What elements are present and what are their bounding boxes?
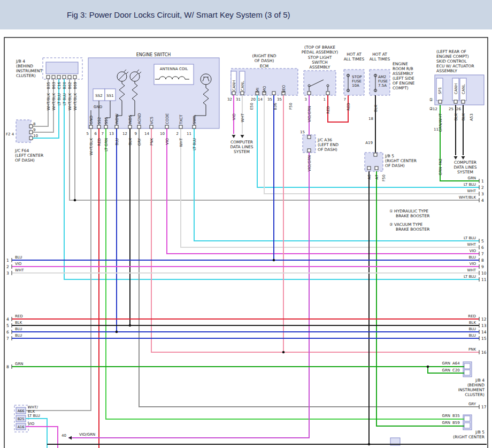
terminal-number: 1 — [6, 258, 9, 263]
terminal-wire-label: LT BLU — [464, 275, 476, 279]
diagram-label: 9 — [135, 132, 137, 136]
diagram-label: VIO — [28, 422, 35, 426]
terminal-wire-label: WHT — [467, 268, 476, 272]
diagram-label: A7 — [375, 174, 379, 179]
diagram-label: ENGINE COMPT) — [436, 54, 469, 59]
pin-square — [326, 92, 329, 95]
diagram-label: (RIGHT CENTER — [385, 158, 417, 163]
diagram-label: 20 — [251, 97, 256, 102]
diagram-label: A16 — [18, 425, 25, 429]
terminal-number: 7 — [6, 336, 9, 341]
diagram-label: B35 — [452, 414, 460, 418]
diagram-label: A64 — [452, 361, 460, 366]
diagram-label: CLUSTER) — [16, 73, 36, 78]
pin-square — [439, 100, 442, 103]
diagram-label: (RIGHT END — [252, 54, 276, 58]
diagram-label: FUSE — [378, 79, 388, 83]
diagram-label: B59 — [452, 421, 460, 425]
diagram-label: COMPT) — [393, 86, 409, 90]
diagram-label: HOT AT — [372, 52, 387, 57]
diagram-label: SS2 — [97, 117, 102, 124]
diagram-label: SKID CONTROL — [436, 59, 467, 64]
terminal-number: 5 — [481, 239, 484, 244]
terminal-wire-label: GRN — [15, 362, 24, 366]
diagram-label: 11 — [434, 127, 439, 132]
jb4-top-connector — [46, 62, 78, 74]
pin-square — [29, 136, 33, 140]
diagram-label: 18 — [368, 117, 373, 121]
diagram-label: AGND — [137, 113, 142, 124]
terminal-number: 4 — [6, 317, 9, 322]
diagram-label: SWIL — [193, 115, 197, 124]
diagram-label: CLUSTER) — [465, 392, 485, 397]
diagram-label: SWITCH — [312, 60, 327, 65]
diagram-label: 2 — [176, 132, 179, 136]
terminal-number: 5 — [6, 323, 9, 328]
diagram-label: 12 — [433, 107, 437, 111]
diagram-label: ALL TIMES — [344, 57, 365, 62]
diagram-label: INDS — [128, 115, 133, 124]
diagram-label: FA2 — [439, 158, 443, 165]
diagram-label: GRN — [439, 167, 443, 176]
terminal-wire-label: BLK — [469, 321, 476, 325]
terminal-number: 8 — [481, 258, 484, 263]
terminal-wire-label: LT BLU — [464, 236, 476, 240]
diagram-label: 7.5A — [378, 83, 387, 88]
diagram-label: J/C A36 — [317, 138, 332, 142]
diagram-label: OF DASH) — [318, 147, 337, 152]
diagram-label: STOP — [352, 75, 362, 79]
diagram-label: 7 — [344, 97, 346, 102]
diagram-label: ASSEMBLY — [310, 65, 330, 70]
diagram-label: ① HYDRAULIC TYPE — [389, 209, 428, 214]
diagram-label: LT BLU — [193, 138, 197, 150]
diagram-label: F2 4 — [6, 132, 14, 136]
diagram-label: BLK — [128, 138, 133, 146]
terminal-wire-label: BLU — [469, 255, 476, 260]
diagram-label: ALL TIMES — [370, 57, 390, 62]
diagram-label: B20 — [63, 82, 67, 89]
diagram-label: OF DASH) — [385, 163, 405, 168]
diagram-label: 11 — [187, 132, 191, 136]
diagram-label: GND — [94, 105, 102, 109]
jb5-right-pin-b59 — [464, 423, 470, 428]
diagram-label: BLU — [115, 138, 119, 145]
diagram-label: RED — [326, 106, 330, 114]
diagram-label: 14 — [144, 132, 149, 136]
diagram-label: WHT/BLK — [47, 93, 51, 111]
diagram-label: (LEFT REAR OF — [436, 49, 466, 54]
diagram-label: WHT — [241, 113, 245, 122]
diagram-label: F50 — [289, 103, 293, 110]
diagram-label: CANH — [454, 83, 458, 94]
diagram-label: WHT/ — [28, 405, 38, 409]
diagram-label: VIO — [232, 113, 236, 120]
terminal-number: 11 — [481, 277, 487, 282]
diagram-label: DATA LINES — [453, 165, 476, 170]
diagram-label: BLK — [28, 409, 35, 414]
diagram-label: (BEHIND — [467, 383, 485, 388]
pin-square — [308, 149, 311, 152]
diagram-label: 26 — [456, 107, 461, 111]
diagram-label: FUSE — [352, 79, 362, 83]
diagram-label: 7 — [102, 132, 104, 136]
terminal-wire-label: GRY — [468, 402, 476, 406]
diagram-label: ENGINE — [393, 62, 408, 66]
diagram-label: A66 — [18, 409, 25, 413]
diagram-label: WHT — [179, 138, 183, 147]
diagram-label: (LEFT SIDE — [393, 76, 414, 81]
terminal-wire-label: LT BLU — [464, 183, 476, 187]
terminal-number: 16 — [481, 350, 487, 355]
terminal-number: 14 — [481, 330, 487, 335]
pin-square — [47, 75, 50, 79]
terminal-number: 3 — [481, 192, 484, 196]
diagram-label: 9 — [33, 128, 35, 132]
diagram-label: J/C F64 — [14, 148, 29, 153]
diagram-label: GRN/WHT — [439, 113, 443, 132]
pin-square — [367, 166, 371, 170]
diagram-label: OF ENGINE — [393, 81, 415, 86]
diagram-label: STOP LIGHT — [308, 55, 332, 60]
pin-square — [193, 125, 196, 128]
diagram-label: LT BLU — [57, 93, 62, 105]
diagram-label: E50 — [250, 103, 254, 110]
pin-square — [308, 135, 311, 139]
terminal-number: 2 — [6, 264, 9, 269]
